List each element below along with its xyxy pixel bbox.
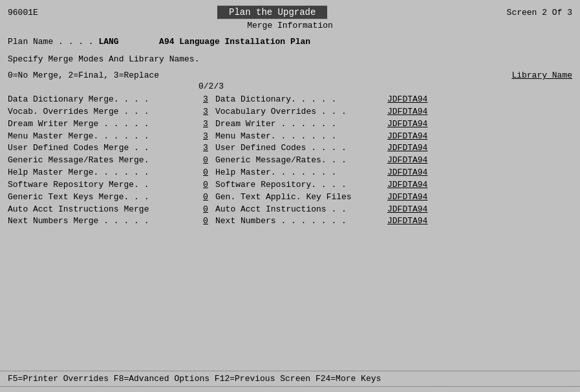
row-label: Menu Master Merge. . . . . . [8, 131, 199, 143]
row-merge-value[interactable]: 0 [199, 179, 213, 191]
row-merge-value[interactable]: 3 [199, 118, 213, 131]
footer-bar: F5=Printer Overrides F8=Advanced Options… [0, 371, 580, 387]
row-merge-value[interactable]: 0 [199, 191, 213, 204]
row-merge-value[interactable]: 0 [199, 215, 213, 228]
screen-number: Screen 2 Of 3 [507, 8, 572, 17]
row-description: User Defined Codes . . . . [213, 142, 387, 155]
table-row: Software Repository Merge. .0Software Re… [8, 179, 572, 191]
row-label: Generic Text Keys Merge. . . [8, 191, 199, 204]
row-description: Generic Message/Rates. . . [213, 155, 387, 167]
row-libname[interactable]: JDFDTA94 [387, 215, 427, 228]
row-libname[interactable]: JDFDTA94 [387, 106, 427, 118]
row-description: Auto Acct Instructions . . [213, 204, 387, 216]
row-description: Gen. Text Applic. Key Files [213, 191, 387, 204]
row-description: Menu Master. . . . . . . [213, 131, 387, 143]
row-merge-value[interactable]: 0 [199, 204, 213, 216]
screen-title: Plan the Upgrade [217, 6, 327, 19]
merge-codes-legend: 0=No Merge, 2=Final, 3=Replace [8, 71, 159, 80]
table-row: Data Dictionary Merge. . . .3Data Dictio… [8, 94, 572, 106]
row-libname[interactable]: JDFDTA94 [387, 191, 427, 204]
row-libname[interactable]: JDFDTA94 [387, 118, 427, 131]
row-description: Vocabulary Overrides . . . [213, 106, 387, 118]
row-label: Generic Message/Rates Merge. [8, 155, 199, 167]
row-description: Help Master. . . . . . . [213, 167, 387, 179]
row-description: Data Dictionary. . . . . [213, 94, 387, 106]
table-row: Generic Text Keys Merge. . .0Gen. Text A… [8, 191, 572, 204]
row-label: Next Numbers Merge . . . . . [8, 215, 199, 228]
table-row: Help Master Merge. . . . . .0Help Master… [8, 167, 572, 179]
lib-name-header: Library Name [511, 71, 572, 80]
plan-description: A94 Language Installation Plan [159, 37, 310, 47]
row-merge-value[interactable]: 3 [199, 106, 213, 118]
row-description: Next Numbers . . . . . . . [213, 215, 387, 228]
row-description: Dream Writer . . . . . . [213, 118, 387, 131]
row-label: User Defined Codes Merge . . [8, 142, 199, 155]
footer-keys: F5=Printer Overrides F8=Advanced Options… [8, 374, 381, 384]
main-screen: 96001E Plan the Upgrade Screen 2 Of 3 Me… [0, 0, 580, 392]
row-merge-value[interactable]: 0 [199, 167, 213, 179]
screen-title-box: Plan the Upgrade [217, 5, 327, 19]
table-row: Generic Message/Rates Merge.0Generic Mes… [8, 155, 572, 167]
row-libname[interactable]: JDFDTA94 [387, 155, 427, 167]
table-row: Vocab. Overrides Merge . . .3Vocabulary … [8, 106, 572, 118]
plan-dots: . . . . [58, 37, 98, 47]
screen-id: 96001E [8, 8, 38, 17]
row-merge-value[interactable]: 3 [199, 131, 213, 143]
plan-name-row: Plan Name . . . . LANG A94 Language Inst… [8, 37, 572, 47]
row-libname[interactable]: JDFDTA94 [387, 142, 427, 155]
counter-label: 0/2/3 [199, 82, 572, 91]
row-label: Help Master Merge. . . . . . [8, 167, 199, 179]
plan-name: LANG [98, 37, 118, 47]
plan-label: Plan Name [8, 37, 53, 47]
plan-spacer [124, 37, 154, 47]
row-libname[interactable]: JDFDTA94 [387, 179, 427, 191]
row-merge-value[interactable]: 0 [199, 155, 213, 167]
legend-row: 0=No Merge, 2=Final, 3=Replace Library N… [8, 71, 572, 80]
row-libname[interactable]: JDFDTA94 [387, 94, 427, 106]
row-label: Vocab. Overrides Merge . . . [8, 106, 199, 118]
table-row: Dream Writer Merge . . . . .3Dream Write… [8, 118, 572, 131]
subtitle: Merge Information [8, 21, 572, 30]
row-merge-value[interactable]: 3 [199, 94, 213, 106]
row-description: Software Repository. . . . [213, 179, 387, 191]
table-row: Next Numbers Merge . . . . .0Next Number… [8, 215, 572, 228]
row-libname[interactable]: JDFDTA94 [387, 167, 427, 179]
row-label: Dream Writer Merge . . . . . [8, 118, 199, 131]
instruction-line1: Specify Merge Modes And Library Names. [8, 54, 572, 64]
data-table: Data Dictionary Merge. . . .3Data Dictio… [8, 94, 572, 228]
table-row: Menu Master Merge. . . . . .3Menu Master… [8, 131, 572, 143]
row-libname[interactable]: JDFDTA94 [387, 204, 427, 216]
row-libname[interactable]: JDFDTA94 [387, 131, 427, 143]
table-row: User Defined Codes Merge . .3User Define… [8, 142, 572, 155]
row-label: Auto Acct Instructions Merge [8, 204, 199, 216]
header-row: 96001E Plan the Upgrade Screen 2 Of 3 [8, 5, 572, 19]
row-merge-value[interactable]: 3 [199, 142, 213, 155]
row-label: Software Repository Merge. . [8, 179, 199, 191]
row-label: Data Dictionary Merge. . . . [8, 94, 199, 106]
table-row: Auto Acct Instructions Merge0Auto Acct I… [8, 204, 572, 216]
